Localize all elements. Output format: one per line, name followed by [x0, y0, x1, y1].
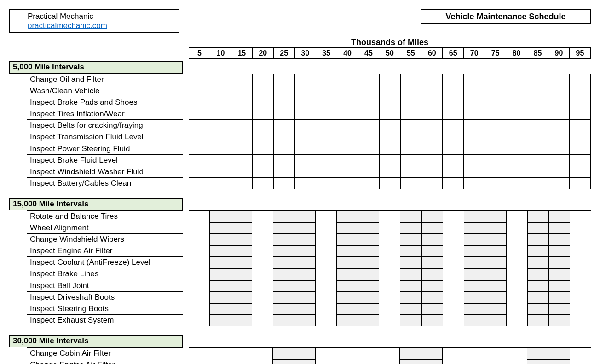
grid-cell[interactable] [273, 268, 294, 280]
grid-cell[interactable] [252, 234, 273, 245]
grid-cell[interactable] [295, 131, 316, 143]
grid-cell[interactable] [527, 280, 549, 292]
grid-cell[interactable] [549, 292, 570, 303]
grid-cell[interactable] [189, 315, 209, 326]
grid-cell[interactable] [273, 222, 294, 234]
grid-cell[interactable] [210, 97, 231, 108]
grid-cell[interactable] [527, 315, 549, 326]
grid-cell[interactable] [379, 268, 400, 280]
grid-cell[interactable] [464, 178, 485, 189]
grid-cell[interactable] [421, 166, 443, 178]
grid-cell[interactable] [400, 234, 421, 245]
grid-cell[interactable] [189, 303, 209, 315]
grid-cell[interactable] [272, 359, 294, 364]
grid-cell[interactable] [210, 131, 231, 143]
grid-cell[interactable] [189, 143, 210, 155]
grid-cell[interactable] [210, 85, 231, 97]
grid-cell[interactable] [570, 74, 591, 85]
grid-cell[interactable] [464, 131, 485, 143]
grid-cell[interactable] [231, 234, 252, 245]
grid-cell[interactable] [421, 155, 443, 166]
grid-cell[interactable] [252, 257, 273, 268]
grid-cell[interactable] [422, 257, 443, 268]
grid-cell[interactable] [337, 359, 358, 364]
grid-cell[interactable] [506, 143, 527, 155]
grid-cell[interactable] [379, 257, 400, 268]
grid-cell[interactable] [337, 143, 358, 155]
grid-cell[interactable] [336, 303, 358, 315]
grid-cell[interactable] [358, 155, 380, 166]
grid-cell[interactable] [253, 120, 274, 131]
grid-cell[interactable] [379, 315, 400, 326]
grid-cell[interactable] [527, 210, 549, 222]
grid-cell[interactable] [252, 210, 273, 222]
grid-cell[interactable] [209, 280, 231, 292]
grid-cell[interactable] [507, 303, 527, 315]
grid-cell[interactable] [401, 155, 422, 166]
grid-cell[interactable] [210, 108, 231, 120]
grid-cell[interactable] [316, 347, 337, 359]
grid-cell[interactable] [189, 292, 209, 303]
grid-cell[interactable] [443, 280, 464, 292]
grid-cell[interactable] [464, 210, 485, 222]
grid-cell[interactable] [358, 303, 379, 315]
grid-cell[interactable] [231, 155, 253, 166]
grid-cell[interactable] [443, 131, 464, 143]
grid-cell[interactable] [507, 222, 527, 234]
grid-cell[interactable] [337, 155, 358, 166]
grid-cell[interactable] [358, 210, 379, 222]
grid-cell[interactable] [274, 108, 295, 120]
grid-cell[interactable] [506, 166, 527, 178]
grid-cell[interactable] [294, 303, 316, 315]
grid-cell[interactable] [274, 178, 295, 189]
grid-cell[interactable] [337, 166, 358, 178]
grid-cell[interactable] [210, 120, 231, 131]
grid-cell[interactable] [570, 347, 591, 359]
grid-cell[interactable] [358, 257, 379, 268]
grid-cell[interactable] [358, 222, 379, 234]
grid-cell[interactable] [210, 143, 231, 155]
grid-cell[interactable] [380, 178, 401, 189]
grid-cell[interactable] [485, 234, 507, 245]
grid-cell[interactable] [295, 97, 316, 108]
grid-cell[interactable] [209, 303, 231, 315]
grid-cell[interactable] [231, 85, 253, 97]
grid-cell[interactable] [295, 120, 316, 131]
grid-cell[interactable] [443, 257, 464, 268]
grid-cell[interactable] [253, 143, 274, 155]
grid-cell[interactable] [570, 108, 591, 120]
grid-cell[interactable] [485, 143, 506, 155]
grid-cell[interactable] [358, 245, 379, 257]
grid-cell[interactable] [231, 347, 252, 359]
grid-cell[interactable] [189, 359, 210, 364]
grid-cell[interactable] [231, 257, 252, 268]
grid-cell[interactable] [295, 85, 316, 97]
grid-cell[interactable] [358, 131, 380, 143]
grid-cell[interactable] [527, 143, 548, 155]
grid-cell[interactable] [548, 74, 570, 85]
grid-cell[interactable] [231, 108, 253, 120]
grid-cell[interactable] [400, 315, 421, 326]
grid-cell[interactable] [527, 234, 549, 245]
grid-cell[interactable] [527, 166, 548, 178]
grid-cell[interactable] [464, 166, 485, 178]
grid-cell[interactable] [210, 347, 231, 359]
grid-cell[interactable] [570, 143, 591, 155]
grid-cell[interactable] [548, 97, 570, 108]
grid-cell[interactable] [294, 347, 316, 359]
grid-cell[interactable] [380, 155, 401, 166]
grid-cell[interactable] [443, 315, 464, 326]
grid-cell[interactable] [358, 347, 379, 359]
grid-cell[interactable] [506, 347, 527, 359]
grid-cell[interactable] [379, 303, 400, 315]
grid-cell[interactable] [400, 245, 421, 257]
grid-cell[interactable] [549, 303, 570, 315]
grid-cell[interactable] [380, 97, 401, 108]
grid-cell[interactable] [527, 97, 548, 108]
grid-cell[interactable] [273, 303, 294, 315]
grid-cell[interactable] [464, 234, 485, 245]
grid-cell[interactable] [358, 85, 380, 97]
grid-cell[interactable] [294, 280, 316, 292]
grid-cell[interactable] [273, 292, 294, 303]
grid-cell[interactable] [421, 178, 443, 189]
